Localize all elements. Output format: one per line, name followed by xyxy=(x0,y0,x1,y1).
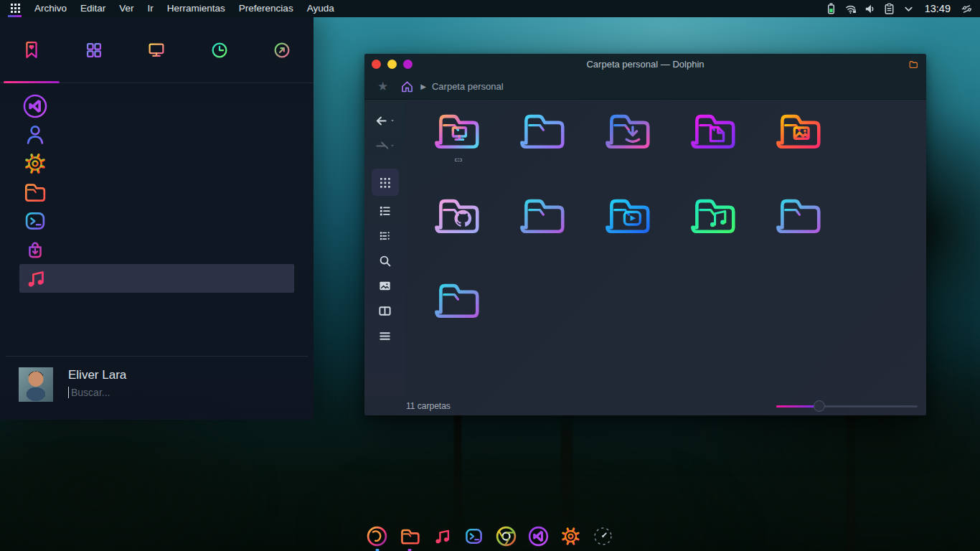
menu-item[interactable]: Ayuda xyxy=(307,0,334,17)
vscode-icon xyxy=(22,93,49,120)
menu-button[interactable] xyxy=(372,325,399,347)
settings-icon xyxy=(559,524,583,548)
chevron-down-icon xyxy=(903,3,915,15)
battery-icon xyxy=(825,3,837,15)
clock[interactable]: 13:49 xyxy=(925,3,951,14)
folder-item[interactable] xyxy=(757,107,842,186)
bag-icon xyxy=(22,236,49,263)
folder-plain-icon xyxy=(519,107,569,157)
folder-item[interactable] xyxy=(501,192,586,270)
menu-item[interactable]: Preferencias xyxy=(239,0,293,17)
home-icon[interactable] xyxy=(400,79,415,94)
icons-view-button[interactable] xyxy=(372,169,399,196)
chrome-icon xyxy=(494,524,518,548)
music-icon xyxy=(22,265,49,292)
breadcrumb-separator-icon: ▶ xyxy=(420,83,426,90)
folder-item[interactable] xyxy=(415,107,501,186)
network-wifi-icon[interactable] xyxy=(844,3,857,15)
folder-item[interactable] xyxy=(757,192,842,270)
monitor-icon xyxy=(146,39,167,61)
panel-divider xyxy=(6,356,308,357)
search-input[interactable] xyxy=(68,387,240,398)
dock-terminal[interactable] xyxy=(462,524,486,548)
volume-icon[interactable] xyxy=(864,3,876,15)
dock-vscode[interactable] xyxy=(527,524,550,548)
dock-music[interactable] xyxy=(430,524,453,548)
caret-icon xyxy=(390,118,395,123)
folder-music-icon xyxy=(689,192,740,242)
dock-chrome[interactable] xyxy=(494,524,518,548)
zoom-slider-handle[interactable] xyxy=(814,400,825,412)
breadcrumb[interactable]: Carpeta personal xyxy=(432,81,504,92)
preview-button[interactable] xyxy=(372,275,399,296)
folder-item[interactable] xyxy=(415,276,501,355)
dock-firefox[interactable] xyxy=(365,524,389,548)
volume-icon xyxy=(864,3,876,15)
global-menubar: ArchivoEditarVerIrHerramientasPreferenci… xyxy=(0,0,980,17)
menu-item[interactable]: Herramientas xyxy=(167,0,225,17)
list-view-button[interactable] xyxy=(372,199,399,221)
terminal-icon xyxy=(22,207,49,235)
dock-launcher-ring[interactable] xyxy=(591,524,615,548)
launcher-app-row[interactable] xyxy=(19,178,294,207)
folder-item[interactable] xyxy=(415,192,501,270)
folder-plain-icon xyxy=(433,276,484,326)
user-avatar[interactable] xyxy=(19,367,53,402)
clipboard-icon[interactable] xyxy=(883,3,895,15)
folder-item[interactable] xyxy=(586,192,672,270)
menu-item[interactable]: Archivo xyxy=(34,0,67,17)
launcher-app-row[interactable] xyxy=(19,121,294,149)
preview-icon xyxy=(378,279,392,293)
zoom-slider[interactable] xyxy=(776,400,918,413)
tweaks-icon[interactable] xyxy=(961,3,973,15)
battery-icon[interactable] xyxy=(825,3,837,15)
folder-grid xyxy=(405,100,926,361)
tab-historial[interactable] xyxy=(188,17,250,83)
folder-item[interactable] xyxy=(501,107,586,186)
gear-icon xyxy=(22,150,49,177)
dock xyxy=(365,524,615,550)
minimize-button[interactable] xyxy=(387,60,397,69)
launcher-ring-icon xyxy=(591,524,615,548)
tab-aplicaciones[interactable] xyxy=(62,17,125,83)
menu-icon xyxy=(378,329,392,343)
dock-files[interactable] xyxy=(397,524,421,548)
launcher-app-row[interactable] xyxy=(19,92,294,121)
bookmark-star-icon[interactable]: ★ xyxy=(377,80,388,93)
search-button[interactable] xyxy=(372,250,399,271)
view-sidebar xyxy=(364,100,405,397)
application-launcher-panel: Eliver Lara xyxy=(0,17,314,420)
window-folder-icon xyxy=(908,59,919,70)
caret-icon xyxy=(390,143,395,149)
folder-item[interactable] xyxy=(672,107,757,186)
maximize-button[interactable] xyxy=(403,60,413,69)
titlebar[interactable]: Carpeta personal — Dolphin xyxy=(364,54,926,74)
forward-button[interactable] xyxy=(372,135,399,156)
menu-item[interactable]: Ver xyxy=(119,0,133,17)
folder-plain-icon xyxy=(519,192,569,242)
launcher-app-row[interactable] xyxy=(19,149,294,178)
menu-item[interactable]: Ir xyxy=(148,0,154,17)
launcher-app-row[interactable] xyxy=(19,207,294,235)
folder-item[interactable] xyxy=(672,192,757,270)
menu-item[interactable]: Editar xyxy=(80,0,105,17)
launcher-app-row[interactable] xyxy=(19,264,294,293)
dock-settings[interactable] xyxy=(559,524,583,548)
favorites-icon xyxy=(21,39,42,61)
music-icon xyxy=(430,524,453,548)
chevron-down-icon[interactable] xyxy=(903,3,915,15)
launcher-app-row[interactable] xyxy=(19,235,294,264)
app-launcher-button[interactable] xyxy=(7,0,24,17)
folder-image-icon xyxy=(775,107,825,157)
folder-play-icon xyxy=(604,192,654,242)
split-view-button[interactable] xyxy=(372,300,399,321)
close-button[interactable] xyxy=(372,60,381,69)
folder-document-icon xyxy=(689,107,740,157)
compact-view-button[interactable] xyxy=(372,225,399,246)
folder-item[interactable] xyxy=(586,107,672,186)
person-icon xyxy=(22,121,49,149)
tab-favoritos[interactable] xyxy=(0,17,62,83)
tab-equipo[interactable] xyxy=(126,17,188,83)
tab-salir[interactable] xyxy=(251,17,314,83)
back-button[interactable] xyxy=(372,110,399,131)
